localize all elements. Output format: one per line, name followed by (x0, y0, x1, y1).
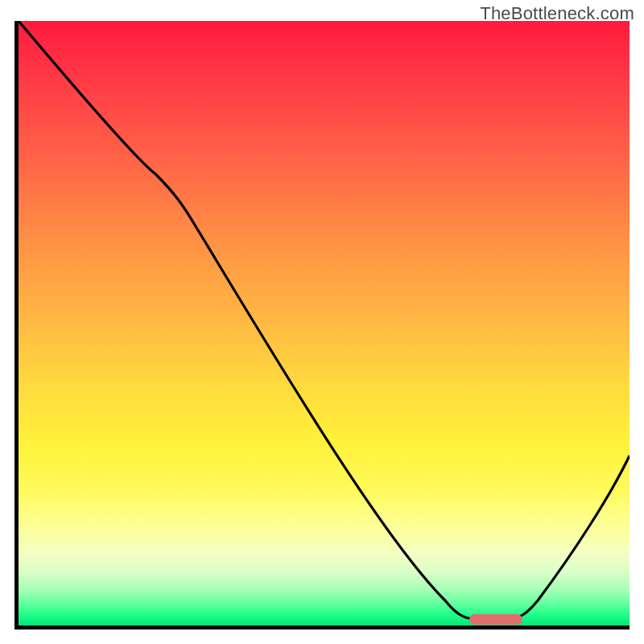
chart-container: TheBottleneck.com (0, 0, 644, 644)
bottleneck-curve (19, 21, 630, 619)
watermark-text: TheBottleneck.com (480, 3, 634, 24)
optimal-marker (469, 614, 522, 625)
plot-frame (14, 21, 630, 630)
curve-layer (19, 21, 630, 625)
